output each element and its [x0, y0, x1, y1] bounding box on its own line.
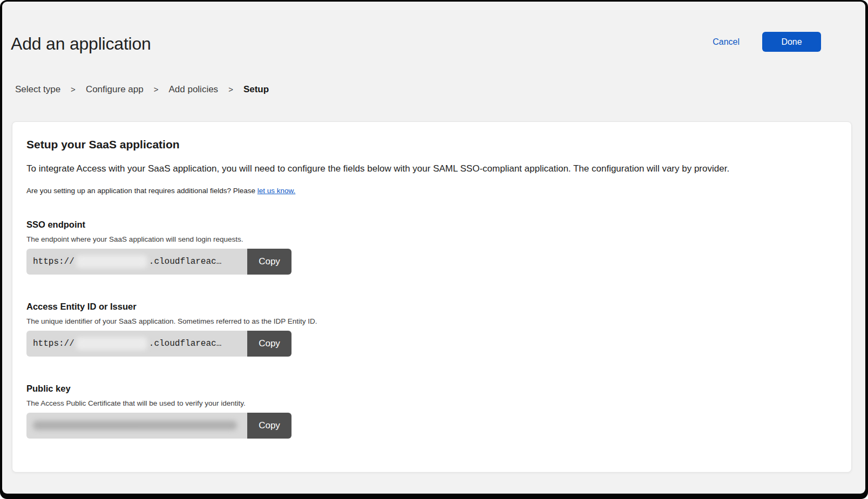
breadcrumb-separator: >: [154, 85, 159, 94]
field-description: The Access Public Certificate that will …: [26, 399, 837, 407]
breadcrumb-step-configure-app[interactable]: Configure app: [86, 84, 144, 95]
entity-id-copy-button[interactable]: Copy: [247, 331, 291, 357]
field-label: SSO endpoint: [26, 220, 837, 230]
card-intro: To integrate Access with your SaaS appli…: [26, 163, 837, 175]
sso-endpoint-value: https:// .cloudflareac…: [26, 249, 247, 275]
setup-card: Setup your SaaS application To integrate…: [12, 121, 852, 473]
field-public-key: Public key The Access Public Certificate…: [26, 384, 837, 439]
card-heading: Setup your SaaS application: [26, 138, 837, 151]
screenshot-frame: Add an application Cancel Done Select ty…: [0, 0, 868, 499]
done-button[interactable]: Done: [762, 32, 821, 52]
page: Add an application Cancel Done Select ty…: [2, 2, 865, 494]
field-label: Access Entity ID or Issuer: [26, 302, 837, 312]
let-us-know-link[interactable]: let us know.: [257, 187, 296, 195]
breadcrumb-separator: >: [228, 85, 233, 94]
page-header: Add an application Cancel Done: [2, 2, 865, 54]
sso-endpoint-copy-button[interactable]: Copy: [247, 249, 291, 275]
field-description: The endpoint where your SaaS application…: [26, 235, 837, 243]
breadcrumb-separator: >: [71, 85, 76, 94]
field-description: The unique identifier of your SaaS appli…: [26, 317, 837, 325]
breadcrumb-step-select-type[interactable]: Select type: [15, 84, 60, 95]
field-sso-endpoint: SSO endpoint The endpoint where your Saa…: [26, 220, 837, 275]
public-key-value: [26, 413, 247, 439]
value-prefix: https://: [33, 339, 74, 348]
breadcrumb: Select type > Configure app > Add polici…: [15, 84, 865, 95]
field-access-entity-id: Access Entity ID or Issuer The unique id…: [26, 302, 837, 357]
value-suffix: .cloudflareac…: [149, 257, 221, 266]
cancel-button[interactable]: Cancel: [713, 37, 740, 47]
value-suffix: .cloudflareac…: [149, 339, 221, 348]
breadcrumb-step-add-policies[interactable]: Add policies: [168, 84, 218, 95]
sso-endpoint-value-row: https:// .cloudflareac… Copy: [26, 249, 291, 275]
page-title: Add an application: [11, 34, 151, 54]
field-label: Public key: [26, 384, 837, 394]
redacted-subdomain: [76, 255, 147, 268]
header-actions: Cancel Done: [713, 32, 821, 52]
card-note: Are you setting up an application that r…: [26, 187, 837, 195]
public-key-copy-button[interactable]: Copy: [247, 413, 291, 439]
card-note-text: Are you setting up an application that r…: [26, 187, 257, 195]
entity-id-value: https:// .cloudflareac…: [26, 331, 247, 357]
redacted-certificate: [33, 421, 237, 430]
entity-id-value-row: https:// .cloudflareac… Copy: [26, 331, 291, 357]
public-key-value-row: Copy: [26, 413, 291, 439]
breadcrumb-step-setup: Setup: [243, 84, 269, 95]
value-prefix: https://: [33, 257, 74, 266]
redacted-subdomain: [76, 337, 147, 350]
